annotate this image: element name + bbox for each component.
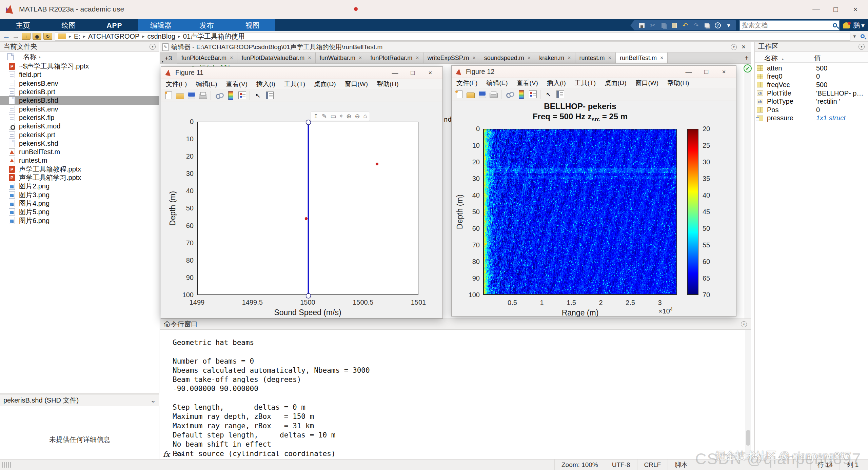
hidden-tabs-button[interactable]: +3 ▾ (160, 53, 177, 64)
datatip-icon[interactable]: ▭ (330, 113, 336, 120)
insert-colorbar-icon[interactable] (516, 90, 526, 99)
switch-window-icon[interactable] (702, 21, 712, 30)
close-icon[interactable]: × (742, 43, 746, 51)
close-tab-icon[interactable]: × (568, 55, 571, 61)
zoom-in-icon[interactable]: ⊕ (346, 113, 351, 120)
figure12-axes[interactable] (483, 129, 677, 295)
save-figure-icon[interactable] (187, 91, 196, 100)
close-tab-icon[interactable]: × (608, 55, 611, 61)
file-row[interactable]: ~$声学工具箱学习.pptx (0, 62, 159, 70)
edit-plot-icon[interactable]: ↖ (253, 91, 263, 100)
help-icon[interactable]: ? (712, 21, 723, 30)
editor-tab[interactable]: funPlotRadar.m × (366, 53, 423, 63)
panel-menu-icon[interactable]: ▾ (150, 44, 156, 50)
forward-icon[interactable]: → (12, 32, 20, 41)
close-button[interactable]: × (846, 0, 865, 19)
file-row[interactable]: pekerisK.shd (0, 139, 159, 148)
figure11-title-bar[interactable]: Figure 11 — □ × (161, 67, 442, 79)
maximize-button[interactable]: □ (697, 66, 715, 78)
user-menu[interactable]: 鹏 ▾ (853, 21, 865, 30)
new-figure-icon[interactable] (164, 91, 173, 100)
redo-icon[interactable]: ↷ (691, 21, 702, 30)
toolstrip-context-tab[interactable]: 编辑器 (138, 19, 184, 31)
breadcrumb-segment[interactable]: csdnBlog (147, 33, 175, 40)
panel-menu-icon[interactable]: ▾ (731, 44, 737, 50)
insert-legend-icon[interactable] (528, 90, 537, 99)
menu-item[interactable]: 窗口(W) (635, 79, 659, 87)
editor-tab[interactable]: soundspeed.m × (480, 53, 535, 63)
file-row[interactable]: 图片3.png (0, 190, 159, 199)
figure11-axes[interactable] (197, 122, 418, 295)
file-row[interactable]: 图片5.png (0, 208, 159, 216)
toolstrip-context-tab[interactable]: 发布 (184, 19, 230, 31)
menu-item[interactable]: 工具(T) (575, 79, 596, 87)
menu-item[interactable]: 文件(F) (166, 80, 187, 88)
cut-icon[interactable]: ✂ (647, 21, 658, 30)
editor-tab[interactable]: funPlotDataValueBar.m × (237, 53, 315, 63)
menu-item[interactable]: 帮助(H) (377, 80, 398, 88)
figure12-title-bar[interactable]: Figure 12 — □ × (452, 66, 736, 78)
workspace-variable-row[interactable]: freq0 0 (755, 73, 868, 81)
menu-item[interactable]: 桌面(D) (605, 79, 626, 87)
menu-item[interactable]: 帮助(H) (667, 79, 689, 87)
file-row[interactable]: pekerisK.env (0, 105, 159, 113)
close-tab-icon[interactable]: × (528, 55, 531, 61)
editor-tab[interactable]: runBellTest.m × (616, 53, 668, 63)
close-tab-icon[interactable]: × (416, 55, 419, 61)
workspace-variable-row[interactable]: pressure 1x1 struct (755, 114, 868, 123)
file-row[interactable]: pekerisB.prt (0, 88, 159, 96)
fx-icon[interactable]: fx (163, 450, 170, 458)
menu-item[interactable]: 工具(T) (284, 80, 305, 88)
file-row[interactable]: 图片4.png (0, 199, 159, 208)
save-icon[interactable] (636, 21, 647, 30)
close-button[interactable]: × (421, 67, 439, 79)
menu-item[interactable]: 查看(V) (517, 79, 538, 87)
workspace-variable-row[interactable]: atten 500 (755, 64, 868, 73)
print-figure-icon[interactable] (489, 90, 498, 99)
command-prompt[interactable]: >> (175, 450, 183, 458)
new-tab-button[interactable]: + (742, 53, 751, 64)
editor-tab[interactable]: writeExpSSP.m × (423, 53, 480, 63)
file-row[interactable]: 声学工具箱教程.pptx (0, 165, 159, 173)
toolstrip-tab[interactable]: 主页 (0, 19, 46, 31)
editor-scrollbar[interactable] (745, 64, 751, 319)
property-editor-icon[interactable] (265, 91, 274, 100)
menu-item[interactable]: 窗口(W) (345, 80, 368, 88)
workspace-column-header[interactable]: 名称 ▴ 值 (755, 52, 868, 63)
folder-up-icon[interactable]: ↑ (22, 33, 31, 40)
file-row[interactable]: 图片2.png (0, 182, 159, 190)
paste-icon[interactable] (669, 21, 680, 30)
search-input[interactable] (742, 22, 833, 29)
resize-grip[interactable] (2, 462, 11, 468)
minimize-button[interactable]: — (386, 67, 404, 79)
property-editor-icon[interactable] (555, 90, 565, 99)
close-tab-icon[interactable]: × (308, 55, 311, 61)
editor-tab[interactable]: runtest.m × (575, 53, 616, 63)
menu-item[interactable]: 插入(I) (547, 79, 566, 87)
close-button[interactable]: × (715, 66, 733, 78)
maximize-button[interactable]: □ (826, 0, 846, 19)
export-icon[interactable]: ↥ (313, 113, 318, 120)
minimize-button[interactable]: — (806, 0, 826, 19)
print-figure-icon[interactable] (198, 91, 208, 100)
workspace-variable-row[interactable]: Pos 0 (755, 106, 868, 114)
restore-view-icon[interactable]: ⌂ (363, 113, 367, 120)
close-tab-icon[interactable]: × (660, 55, 663, 61)
insert-legend-icon[interactable] (237, 91, 247, 100)
search-icon[interactable] (833, 23, 837, 27)
panel-menu-icon[interactable]: ▾ (859, 44, 865, 50)
folder-cloud-icon[interactable]: ◉ (33, 33, 41, 40)
save-figure-icon[interactable] (477, 90, 487, 99)
open-file-icon[interactable] (466, 90, 475, 99)
file-list-column-header[interactable]: 名称 ▴ (0, 52, 159, 62)
menu-item[interactable]: 桌面(D) (314, 80, 336, 88)
command-window[interactable]: __________ __ _______________ Geometric … (160, 330, 751, 459)
menu-item[interactable]: 插入(I) (256, 80, 275, 88)
workspace-variable-row[interactable]: PlotTitle 'BELLHOP- p… (755, 89, 868, 98)
brush-icon[interactable]: ✎ (322, 113, 327, 120)
menu-item[interactable]: 查看(V) (226, 80, 248, 88)
close-tab-icon[interactable]: × (472, 55, 475, 61)
breadcrumb-drive[interactable]: E: (74, 33, 80, 40)
file-row[interactable]: runtest.m (0, 156, 159, 165)
workspace-variable-row[interactable]: PlotType 'rectilin ' (755, 97, 868, 106)
